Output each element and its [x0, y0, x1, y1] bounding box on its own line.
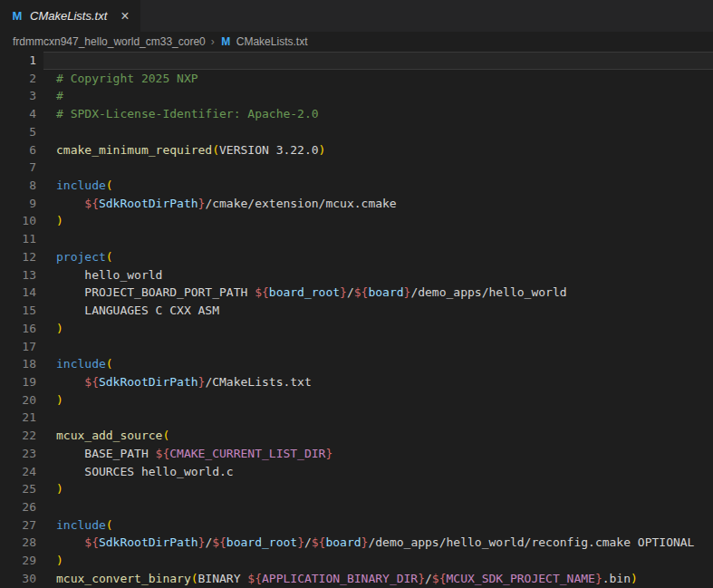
- line-number[interactable]: 18: [0, 355, 43, 373]
- code-content: [43, 230, 713, 248]
- code-token: ${: [84, 535, 99, 549]
- line-number[interactable]: 22: [0, 427, 43, 445]
- code-token: ${: [354, 285, 369, 299]
- vscode-editor-window: M CMakeLists.txt × frdmmcxn947_hello_wor…: [0, 0, 713, 588]
- code-token: }: [325, 447, 332, 460]
- code-line[interactable]: 4# SPDX-License-Identifier: Apache-2.0: [0, 105, 713, 123]
- breadcrumb-folder[interactable]: frdmmcxn947_hello_world_cm33_core0: [13, 35, 206, 48]
- code-line[interactable]: 28 ${SdkRootDirPath}/${board_root}/${boa…: [0, 534, 713, 552]
- code-line[interactable]: 13 hello_world: [0, 266, 713, 284]
- code-line[interactable]: 27include(: [0, 516, 713, 535]
- code-token: board_root: [269, 285, 340, 299]
- code-line[interactable]: 5: [0, 123, 713, 141]
- code-content: [43, 409, 713, 427]
- line-number[interactable]: 9: [0, 195, 43, 213]
- code-line[interactable]: 17: [0, 338, 713, 356]
- chevron-right-icon: ›: [210, 35, 216, 48]
- code-line[interactable]: 7: [0, 159, 713, 177]
- code-line[interactable]: 3#: [0, 87, 713, 105]
- code-token: hello_world: [56, 268, 162, 282]
- code-content: ): [43, 552, 713, 570]
- code-token: ): [56, 322, 63, 335]
- code-line[interactable]: 20): [0, 391, 713, 410]
- code-token: (: [106, 178, 113, 192]
- code-content: PROJECT_BOARD_PORT_PATH ${board_root}/${…: [43, 284, 713, 302]
- line-number[interactable]: 11: [0, 230, 43, 248]
- code-line[interactable]: 19 ${SdkRootDirPath}/CMakeLists.txt: [0, 373, 713, 391]
- code-line[interactable]: 6cmake_minimum_required(VERSION 3.22.0): [0, 141, 713, 159]
- line-number[interactable]: 13: [0, 266, 43, 284]
- line-number[interactable]: 7: [0, 159, 43, 177]
- line-number[interactable]: 4: [0, 105, 43, 123]
- code-line[interactable]: 16): [0, 320, 713, 338]
- line-number[interactable]: 23: [0, 445, 43, 463]
- code-token: # SPDX-License-Identifier: Apache-2.0: [56, 107, 319, 120]
- line-number[interactable]: 26: [0, 498, 43, 516]
- line-number[interactable]: 19: [0, 373, 43, 391]
- code-line[interactable]: 15 LANGUAGES C CXX ASM: [0, 302, 713, 320]
- close-icon[interactable]: ×: [119, 9, 130, 24]
- code-line[interactable]: 30mcux_convert_binary(BINARY ${APPLICATI…: [0, 570, 713, 588]
- code-token: ${: [212, 535, 226, 549]
- code-line[interactable]: 26: [0, 498, 713, 516]
- code-token: ): [56, 214, 63, 227]
- code-editor[interactable]: 12# Copyright 2025 NXP3#4# SPDX-License-…: [0, 52, 713, 588]
- code-content: [43, 52, 713, 70]
- code-token: #: [56, 89, 63, 102]
- code-content: ): [43, 212, 713, 230]
- line-number[interactable]: 2: [0, 70, 43, 88]
- code-line[interactable]: 10): [0, 212, 713, 230]
- code-token: SdkRootDirPath: [99, 197, 198, 210]
- tab-cmakelists[interactable]: M CMakeLists.txt ×: [0, 0, 141, 32]
- code-line[interactable]: 14 PROJECT_BOARD_PORT_PATH ${board_root}…: [0, 284, 713, 302]
- line-number[interactable]: 25: [0, 480, 43, 498]
- line-number[interactable]: 6: [0, 141, 43, 159]
- code-line[interactable]: 21: [0, 409, 713, 427]
- code-content: # Copyright 2025 NXP: [43, 70, 713, 88]
- code-content: include(: [43, 177, 713, 195]
- code-content: #: [43, 87, 713, 105]
- code-token: include: [56, 357, 106, 371]
- code-line[interactable]: 18include(: [0, 355, 713, 373]
- code-token: [56, 197, 84, 210]
- code-line[interactable]: 12project(: [0, 248, 713, 266]
- code-line[interactable]: 1: [0, 52, 713, 70]
- code-token: ${: [156, 447, 170, 460]
- code-line[interactable]: 23 BASE_PATH ${CMAKE_CURRENT_LIST_DIR}: [0, 445, 713, 463]
- code-token: SdkRootDirPath: [99, 375, 198, 389]
- code-line[interactable]: 9 ${SdkRootDirPath}/cmake/extension/mcux…: [0, 195, 713, 213]
- line-number[interactable]: 15: [0, 302, 43, 320]
- line-number[interactable]: 1: [0, 52, 43, 70]
- line-number[interactable]: 5: [0, 123, 43, 141]
- code-line[interactable]: 11: [0, 230, 713, 248]
- cmake-file-icon: M: [11, 9, 24, 23]
- breadcrumb-file[interactable]: CMakeLists.txt: [236, 35, 308, 48]
- line-number[interactable]: 16: [0, 320, 43, 338]
- line-number[interactable]: 10: [0, 212, 43, 230]
- code-line[interactable]: 2# Copyright 2025 NXP: [0, 70, 713, 88]
- code-content: ): [43, 480, 713, 498]
- code-token: /demo_apps/hello_world/reconfig.cmake OP…: [368, 535, 694, 549]
- code-content: [43, 159, 713, 177]
- line-number[interactable]: 21: [0, 409, 43, 427]
- code-line[interactable]: 25): [0, 480, 713, 498]
- line-number[interactable]: 20: [0, 391, 43, 410]
- line-number[interactable]: 28: [0, 534, 43, 552]
- line-number[interactable]: 8: [0, 177, 43, 195]
- code-token: /cmake/extension/mcux.cmake: [205, 197, 396, 210]
- line-number[interactable]: 12: [0, 248, 43, 266]
- line-number[interactable]: 14: [0, 284, 43, 302]
- code-line[interactable]: 24 SOURCES hello_world.c: [0, 463, 713, 481]
- code-line[interactable]: 29): [0, 552, 713, 570]
- code-line[interactable]: 8include(: [0, 177, 713, 195]
- line-number[interactable]: 3: [0, 87, 43, 105]
- line-number[interactable]: 24: [0, 463, 43, 481]
- line-number[interactable]: 27: [0, 516, 43, 535]
- code-token: /: [425, 572, 432, 585]
- code-token: BASE_PATH: [56, 447, 156, 460]
- code-line[interactable]: 22mcux_add_source(: [0, 427, 713, 445]
- line-number[interactable]: 29: [0, 552, 43, 570]
- line-number[interactable]: 30: [0, 570, 43, 588]
- code-token: VERSION 3.22.0: [219, 143, 319, 157]
- line-number[interactable]: 17: [0, 338, 43, 356]
